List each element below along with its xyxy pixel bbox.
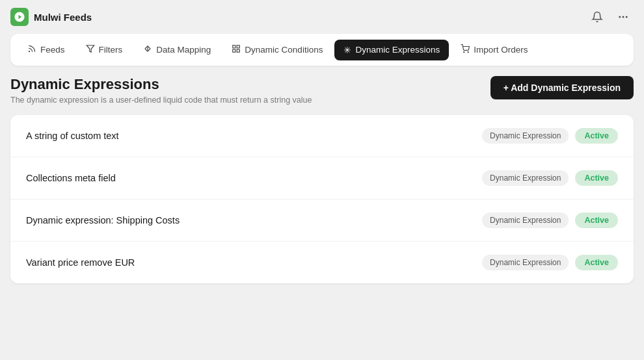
svg-point-1 [623,16,624,18]
tab-dynamic-conditions[interactable]: Dynamic Conditions [222,39,332,60]
tab-filters[interactable]: Filters [77,39,132,60]
svg-point-10 [464,52,464,53]
tab-nav: Feeds Filters Data Mapping [10,34,634,66]
expressions-list: A string of custom text Dynamic Expressi… [10,115,634,283]
filters-icon [86,44,95,55]
svg-point-11 [468,52,468,53]
tab-data-mapping[interactable]: Data Mapping [134,39,220,60]
status-badge: Active [575,128,618,144]
item-name: Collections meta field [26,173,116,183]
list-item[interactable]: A string of custom text Dynamic Expressi… [10,115,634,157]
list-item[interactable]: Dynamic expression: Shipping Costs Dynam… [10,199,634,242]
svg-rect-8 [237,49,240,52]
dynamic-conditions-icon [232,44,241,55]
type-badge: Dynamic Expression [482,128,569,144]
status-badge: Active [575,212,618,228]
tab-dynamic-expressions[interactable]: ✳ Dynamic Expressions [334,40,449,60]
type-badge: Dynamic Expression [482,212,569,228]
type-badge: Dynamic Expression [482,255,569,270]
app-logo [10,8,29,26]
bell-button[interactable] [587,6,608,27]
import-orders-icon [461,44,470,55]
item-badges: Dynamic Expression Active [482,212,618,228]
data-mapping-icon [143,44,152,55]
svg-rect-9 [233,49,235,52]
add-dynamic-expression-button[interactable]: + Add Dynamic Expression [490,76,634,99]
item-name: A string of custom text [26,131,119,141]
svg-marker-4 [87,45,94,53]
svg-point-0 [619,16,621,18]
svg-point-2 [626,16,628,18]
type-badge: Dynamic Expression [482,170,569,186]
list-item[interactable]: Collections meta field Dynamic Expressio… [10,157,634,199]
top-bar: Mulwi Feeds [0,0,644,34]
page-subtitle: The dynamic expression is a user-defined… [10,96,312,105]
top-bar-left: Mulwi Feeds [10,8,92,26]
svg-rect-7 [237,45,240,48]
status-badge: Active [575,255,618,270]
app-title: Mulwi Feeds [34,12,92,23]
list-item[interactable]: Variant price remove EUR Dynamic Express… [10,242,634,283]
page-header: Dynamic Expressions The dynamic expressi… [10,76,634,105]
dynamic-expressions-icon: ✳ [343,45,351,55]
more-button[interactable] [613,6,634,27]
item-badges: Dynamic Expression Active [482,170,618,186]
tab-import-orders[interactable]: Import Orders [451,39,537,60]
status-badge: Active [575,170,618,186]
main-content: Feeds Filters Data Mapping [0,34,644,360]
svg-rect-6 [233,45,235,48]
svg-point-3 [29,51,29,52]
app-container: Mulwi Feeds [0,0,644,360]
item-name: Dynamic expression: Shipping Costs [26,215,180,225]
tab-feeds[interactable]: Feeds [18,39,74,60]
page-header-left: Dynamic Expressions The dynamic expressi… [10,76,312,105]
feeds-icon [27,44,36,55]
page-title: Dynamic Expressions [10,76,312,93]
item-badges: Dynamic Expression Active [482,128,618,144]
top-bar-right [587,6,634,27]
item-name: Variant price remove EUR [26,257,135,268]
item-badges: Dynamic Expression Active [482,255,618,270]
